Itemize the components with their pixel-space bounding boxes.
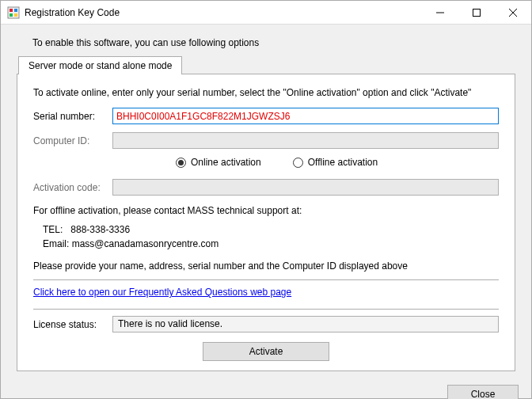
svg-rect-3 <box>10 13 13 17</box>
contact-provide: Please provide your name, address, seria… <box>33 259 499 273</box>
serial-row: Serial number: <box>33 108 499 124</box>
svg-rect-2 <box>14 9 17 12</box>
content-area: To enable this software, you can use fol… <box>1 25 531 380</box>
svg-rect-4 <box>14 13 17 17</box>
window-title: Registration Key Code <box>25 7 422 18</box>
contact-block: For offline activation, please contact M… <box>33 203 499 273</box>
maximize-button[interactable] <box>458 1 495 25</box>
titlebar: Registration Key Code <box>1 1 531 25</box>
license-status-value: There is no valid license. <box>112 316 499 332</box>
tab-control: Server mode or stand alone mode To activ… <box>17 56 515 372</box>
computer-id-row: Computer ID: <box>33 132 499 149</box>
computer-id-label: Computer ID: <box>33 135 112 146</box>
svg-rect-1 <box>10 9 13 12</box>
minimize-button[interactable] <box>422 1 458 25</box>
faq-link[interactable]: Click here to open our Frequently Asked … <box>33 287 291 298</box>
activation-code-row: Activation code: <box>33 179 499 196</box>
tab-panel: To activate online, enter only your seri… <box>17 74 515 371</box>
offline-activation-radio[interactable]: Offline activation <box>293 157 378 168</box>
close-button[interactable]: Close <box>447 385 519 399</box>
activate-button[interactable]: Activate <box>203 342 329 361</box>
activation-code-label: Activation code: <box>33 182 112 193</box>
serial-label: Serial number: <box>33 111 112 122</box>
online-activation-radio[interactable]: Online activation <box>176 157 261 168</box>
radio-icon <box>293 158 303 168</box>
contact-tel: TEL: 888-338-3336 <box>43 222 499 237</box>
activation-instruction: To activate online, enter only your seri… <box>33 87 499 98</box>
intro-text: To enable this software, you can use fol… <box>32 37 519 48</box>
license-status-label: License status: <box>33 319 112 330</box>
svg-rect-6 <box>473 9 481 16</box>
serial-input[interactable] <box>112 108 499 124</box>
radio-icon <box>176 158 186 168</box>
tab-server-mode[interactable]: Server mode or stand alone mode <box>18 56 182 74</box>
offline-radio-label: Offline activation <box>308 157 378 168</box>
activation-code-input <box>112 179 499 196</box>
app-icon <box>7 6 20 19</box>
window-controls <box>422 1 531 25</box>
close-window-button[interactable] <box>495 1 531 25</box>
contact-email: Email: mass@canadamasonrycentre.com <box>43 237 499 251</box>
contact-intro: For offline activation, please contact M… <box>33 203 499 218</box>
registration-window: Registration Key Code To enable this sof… <box>0 0 532 399</box>
divider <box>33 279 499 280</box>
activation-mode-group: Online activation Offline activation <box>33 157 499 168</box>
computer-id-input <box>112 132 499 149</box>
divider <box>33 309 499 310</box>
license-status-row: License status: There is no valid licens… <box>33 316 499 332</box>
online-radio-label: Online activation <box>191 157 261 168</box>
footer: Close <box>1 380 531 399</box>
